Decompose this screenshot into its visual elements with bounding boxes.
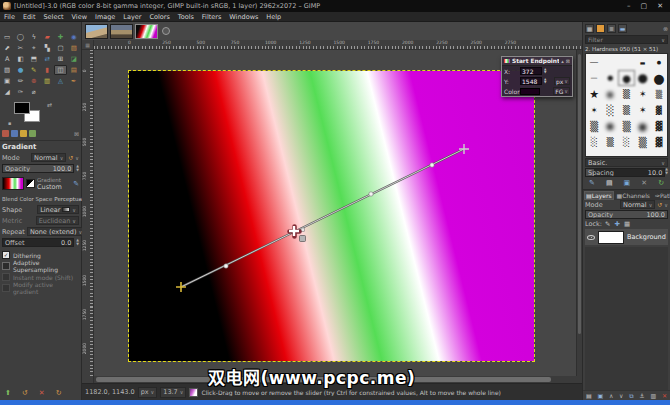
minimize-button[interactable]: –: [627, 2, 631, 10]
edit-gradient-icon[interactable]: ✎: [73, 180, 79, 188]
image-tab-photo-2[interactable]: [110, 24, 133, 39]
unit-dropdown[interactable]: px ∨: [554, 77, 570, 85]
layers-footer-button[interactable]: ▣: [597, 392, 603, 399]
menu-item[interactable]: Filters: [198, 13, 225, 21]
brush-item[interactable]: ●: [602, 70, 618, 86]
menu-item[interactable]: View: [68, 13, 91, 21]
tool-button[interactable]: ▮: [41, 65, 53, 75]
menu-item[interactable]: Edit: [19, 13, 40, 21]
tool-button[interactable]: ◧: [14, 54, 26, 64]
visibility-eye-icon[interactable]: [587, 235, 595, 240]
vertical-ruler[interactable]: 025050075010001250150017502000: [82, 50, 94, 376]
endpoint-color-swatch[interactable]: [520, 88, 540, 95]
canvas-area[interactable]: Start Endpoint ▴ ⊠ X: 372 ▲▼ Y: 1548: [94, 50, 582, 376]
spacing-slider[interactable]: Spacing 10.0: [585, 168, 665, 177]
tool-button[interactable]: ⊕: [28, 76, 40, 86]
brush-item[interactable]: ▒: [586, 118, 602, 134]
option-checkbox[interactable]: Adaptive Supersampling: [2, 262, 79, 270]
tool-button[interactable]: ✂: [14, 43, 26, 53]
tool-options-footer-icon[interactable]: ↺: [22, 389, 28, 397]
close-icon[interactable]: ⊠: [566, 58, 570, 64]
vertical-scrollbar[interactable]: [576, 50, 582, 376]
brush-item[interactable]: ▬: [635, 54, 651, 70]
image-tab-photo-1[interactable]: [85, 24, 108, 39]
brush-item[interactable]: ●: [618, 70, 634, 86]
tool-options-footer-icon[interactable]: ⬆: [5, 389, 11, 397]
y-input[interactable]: 1548: [520, 77, 542, 85]
layers-footer-button[interactable]: ∧: [609, 392, 613, 399]
brush-item[interactable]: ▒: [618, 118, 634, 134]
layers-footer-button[interactable]: ✕: [662, 392, 667, 399]
x-spinner[interactable]: ▲▼: [544, 68, 546, 74]
brush-item[interactable]: ░: [586, 134, 602, 150]
brush-item[interactable]: ▓: [651, 134, 667, 150]
brush-item[interactable]: ▓: [651, 118, 667, 134]
close-button[interactable]: ✕: [657, 2, 663, 10]
brush-item[interactable]: [602, 54, 618, 70]
default-colors-icon[interactable]: ▪: [8, 120, 11, 126]
mode-reset-icon[interactable]: ↺: [68, 154, 73, 161]
tool-button[interactable]: ⊞: [54, 54, 66, 64]
tool-button[interactable]: ✒: [68, 76, 80, 86]
tool-button[interactable]: ▢: [54, 43, 66, 53]
lock-icon[interactable]: ✎: [605, 220, 610, 228]
gradient-image[interactable]: [129, 71, 534, 361]
dock-tab-icon[interactable]: [2, 130, 9, 137]
option-checkbox[interactable]: Dithering: [2, 251, 79, 259]
tool-button[interactable]: ✑: [14, 87, 26, 97]
dock-close-icon[interactable]: ⊗: [663, 25, 668, 32]
brush-item[interactable]: ▒: [618, 102, 634, 118]
swap-colors-icon[interactable]: ⇄: [47, 101, 52, 108]
tool-button[interactable]: ◬: [54, 76, 66, 86]
layers-dock-tab[interactable]: ▤Layers: [584, 191, 614, 200]
tool-button[interactable]: ▤: [68, 65, 80, 75]
brush-item[interactable]: ●: [635, 70, 651, 86]
dock-tab-icon[interactable]: [20, 130, 27, 137]
maximize-button[interactable]: ▢: [641, 2, 648, 10]
tool-button[interactable]: ◫: [54, 65, 66, 75]
menu-item[interactable]: Tools: [174, 13, 198, 21]
dock-close-icon[interactable]: ⊠: [74, 130, 79, 137]
brush-action-button[interactable]: ▣: [624, 179, 631, 187]
x-input[interactable]: 372: [520, 67, 542, 75]
unit-dropdown[interactable]: px ∨: [138, 387, 158, 398]
lock-icon[interactable]: ▦: [624, 220, 630, 228]
option-checkbox[interactable]: Modify active gradient: [2, 284, 79, 292]
tool-button[interactable]: A: [1, 54, 13, 64]
endpoint-dialog-titlebar[interactable]: Start Endpoint ▴ ⊠: [502, 57, 572, 66]
brush-item[interactable]: ✶: [586, 102, 602, 118]
brush-item[interactable]: ●: [651, 70, 667, 86]
brush-item[interactable]: ●: [602, 118, 618, 134]
brush-item[interactable]: ▓: [651, 102, 667, 118]
fg-bg-colors[interactable]: ⇄ ▪: [14, 102, 50, 125]
offset-slider[interactable]: Offset 0.0: [2, 238, 74, 247]
chevron-down-icon[interactable]: ∨: [664, 202, 668, 208]
brush-action-button[interactable]: ✎: [589, 179, 595, 187]
menu-item[interactable]: Windows: [225, 13, 262, 21]
repeat-dropdown[interactable]: None (extend) ∨: [27, 227, 85, 236]
chevron-down-icon[interactable]: ∨: [75, 155, 79, 161]
tool-button[interactable]: ▨: [68, 43, 80, 53]
opacity-slider[interactable]: Opacity 100.0: [2, 164, 74, 173]
mode-dropdown[interactable]: Normal ∨: [31, 153, 66, 162]
tool-options-footer-icon[interactable]: ✕: [39, 389, 45, 397]
layers-footer-button[interactable]: ⧉: [629, 392, 633, 400]
brush-item[interactable]: ★: [586, 86, 602, 102]
layers-footer-button[interactable]: ▤: [586, 392, 592, 399]
brush-preset-dropdown[interactable]: Basic. ∨: [585, 158, 668, 167]
layer-thumbnail[interactable]: [598, 231, 624, 244]
dock-tab-icon[interactable]: ▦: [585, 24, 594, 33]
tool-button[interactable]: ▭: [1, 32, 13, 42]
brush-item[interactable]: ●: [635, 118, 651, 134]
menu-item[interactable]: File: [0, 13, 19, 21]
dock-tab-icon[interactable]: ▬: [618, 24, 627, 33]
layer-opacity-slider[interactable]: Opacity 100.0: [585, 210, 668, 219]
layers-footer-button[interactable]: ▥: [650, 392, 656, 399]
horizontal-ruler[interactable]: 0250500750100012501500175020002250250027…: [94, 40, 582, 50]
tool-button[interactable]: ▣: [1, 76, 13, 86]
image-tab-gradient-active[interactable]: [135, 24, 158, 39]
tool-button[interactable]: ⇄: [41, 54, 53, 64]
brush-item[interactable]: ●: [602, 86, 618, 102]
tool-button[interactable]: ✚: [54, 32, 66, 42]
zoom-dropdown[interactable]: 13.7 ∨: [160, 387, 186, 398]
